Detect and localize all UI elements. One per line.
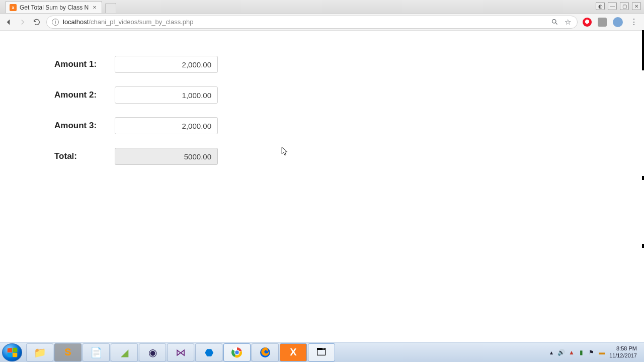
- scrollbar-hint: [642, 176, 644, 180]
- tab-title: Get Total Sum by Class N: [20, 4, 89, 11]
- tray-chevron-icon[interactable]: ▴: [548, 349, 555, 356]
- taskbar-vscode-icon[interactable]: ⬣: [195, 343, 222, 361]
- amount-2-input[interactable]: [115, 86, 218, 104]
- total-row: Total:: [54, 148, 644, 165]
- tray-flag-icon[interactable]: ⚑: [588, 349, 595, 356]
- profile-avatar[interactable]: [613, 17, 623, 27]
- back-button[interactable]: [4, 18, 13, 27]
- search-in-page-icon[interactable]: [550, 18, 559, 27]
- url-text: localhost/chani_pl_videos/sum_by_class.p…: [63, 18, 546, 26]
- address-bar[interactable]: i localhost/chani_pl_videos/sum_by_class…: [46, 16, 578, 29]
- amount-row-3: Amount 3:: [54, 117, 644, 134]
- tray-shield-icon[interactable]: ▲: [568, 349, 575, 356]
- amount-row-1: Amount 1:: [54, 56, 644, 73]
- taskbar-eclipse-icon[interactable]: ◉: [139, 343, 166, 361]
- forward-button[interactable]: [18, 18, 27, 27]
- taskbar-android-studio-icon[interactable]: ◢: [111, 343, 138, 361]
- tray-battery-icon[interactable]: ▬: [598, 349, 605, 356]
- taskbar-sublime-icon[interactable]: S: [54, 343, 82, 361]
- minimize-button[interactable]: —: [608, 2, 617, 10]
- maximize-button[interactable]: ▢: [620, 2, 629, 10]
- svg-point-4: [235, 350, 239, 354]
- tray-volume-icon[interactable]: 🔊: [558, 349, 565, 356]
- start-button[interactable]: [2, 343, 22, 361]
- clock-date: 11/12/2017: [609, 352, 637, 359]
- taskbar-visual-studio-icon[interactable]: ⋈: [167, 343, 194, 361]
- svg-line-1: [555, 23, 557, 24]
- close-window-button[interactable]: ✕: [632, 2, 641, 10]
- amount-1-input[interactable]: [115, 56, 218, 73]
- extension-icon-1[interactable]: [598, 18, 607, 27]
- star-bookmark-icon[interactable]: ☆: [563, 18, 572, 27]
- taskbar-explorer-icon[interactable]: 📁: [26, 343, 53, 361]
- new-tab-button[interactable]: [105, 3, 116, 13]
- system-tray: ▴ 🔊 ▲ ▮ ⚑ ▬ 8:58 PM 11/12/2017: [548, 345, 642, 358]
- amount-3-label: Amount 3:: [54, 121, 115, 131]
- amount-2-label: Amount 2:: [54, 90, 115, 100]
- tray-network-icon[interactable]: ▮: [578, 349, 585, 356]
- taskbar-clock[interactable]: 8:58 PM 11/12/2017: [609, 345, 637, 358]
- taskbar-app-icon[interactable]: 🗔: [308, 343, 335, 361]
- taskbar-firefox-icon[interactable]: [252, 343, 279, 361]
- total-label: Total:: [54, 151, 115, 161]
- close-tab-icon[interactable]: ×: [92, 4, 98, 11]
- svg-point-0: [552, 20, 556, 24]
- opera-extension-icon[interactable]: [583, 18, 592, 27]
- reload-button[interactable]: [32, 18, 41, 27]
- amount-3-input[interactable]: [115, 117, 218, 134]
- window-titlebar: x Get Total Sum by Class N × ◐ — ▢ ✕: [0, 0, 644, 14]
- site-info-icon[interactable]: i: [52, 19, 59, 26]
- clock-time: 8:58 PM: [609, 345, 637, 352]
- windows-taskbar: 📁 S 📄 ◢ ◉ ⋈ ⬣ X 🗔 ▴ 🔊 ▲ ▮ ⚑ ▬ 8:58 PM 11…: [0, 342, 644, 362]
- total-output: [115, 148, 218, 165]
- taskbar-xampp-icon[interactable]: X: [280, 343, 307, 361]
- xampp-favicon: x: [10, 4, 17, 11]
- incognito-icon[interactable]: ◐: [596, 2, 605, 10]
- scrollbar-hint: [642, 30, 644, 70]
- scrollbar-hint: [642, 244, 644, 248]
- amount-row-2: Amount 2:: [54, 86, 644, 104]
- menu-icon[interactable]: ⋮: [629, 18, 638, 27]
- browser-toolbar: i localhost/chani_pl_videos/sum_by_class…: [0, 14, 644, 31]
- page-content: Amount 1: Amount 2: Amount 3: Total:: [0, 31, 644, 165]
- taskbar-chrome-icon[interactable]: [223, 343, 251, 361]
- browser-tab[interactable]: x Get Total Sum by Class N ×: [5, 1, 102, 13]
- taskbar-notepad-icon[interactable]: 📄: [83, 343, 110, 361]
- amount-1-label: Amount 1:: [54, 59, 115, 69]
